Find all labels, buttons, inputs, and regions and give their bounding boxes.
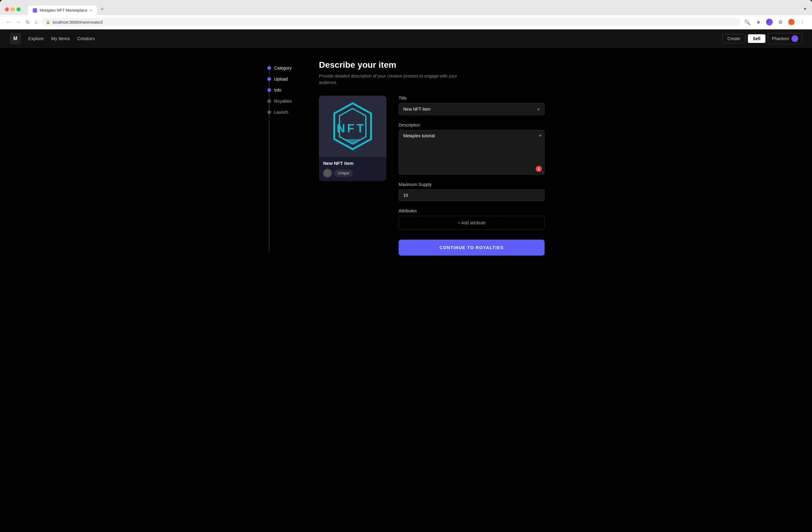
browser-tab-bar-right: ▼ bbox=[803, 6, 807, 13]
nav-explore[interactable]: Explore bbox=[28, 36, 44, 41]
profile-icon-button[interactable] bbox=[787, 17, 796, 27]
description-clear-icon[interactable]: ● bbox=[539, 133, 542, 138]
step-label-upload: Upload bbox=[274, 77, 288, 82]
step-dot-launch bbox=[267, 110, 271, 114]
steps-sidebar: Category Upload Info Royalties Launch bbox=[267, 60, 304, 255]
continue-to-royalties-button[interactable]: CONTINUE TO ROYALTIES bbox=[398, 240, 545, 255]
phantom-label: Phantom bbox=[772, 36, 789, 41]
tab-favicon bbox=[33, 8, 37, 13]
phantom-button[interactable]: Phantom bbox=[768, 33, 802, 44]
continue-btn-wrap: CONTINUE TO ROYALTIES bbox=[398, 240, 545, 255]
more-options-button[interactable]: ⋮ bbox=[798, 17, 807, 27]
max-supply-field-group: Maximum Supply bbox=[398, 182, 545, 201]
description-label: Description bbox=[398, 122, 545, 128]
svg-text:N: N bbox=[337, 122, 345, 135]
tab-favicon-icon bbox=[33, 8, 37, 13]
step-info[interactable]: Info bbox=[267, 85, 304, 95]
page-subtitle: Provide detailed description of your cre… bbox=[319, 73, 466, 86]
tab-close-button[interactable]: × bbox=[90, 8, 92, 13]
create-button[interactable]: Create bbox=[722, 34, 745, 43]
phantom-avatar-icon bbox=[792, 35, 798, 42]
form-area: Describe your item Provide detailed desc… bbox=[319, 60, 545, 255]
description-badge: 1 bbox=[536, 166, 542, 172]
user-avatar-icon[interactable] bbox=[765, 17, 774, 27]
add-attribute-button[interactable]: + Add attribute bbox=[458, 220, 486, 225]
step-category: Category bbox=[267, 62, 304, 74]
nft-preview-tags: Unique bbox=[323, 169, 382, 177]
step-label-category: Category bbox=[274, 65, 292, 71]
sell-button[interactable]: Sell bbox=[748, 34, 765, 43]
step-label-info: Info bbox=[274, 88, 281, 92]
traffic-light-yellow[interactable] bbox=[11, 8, 15, 11]
toolbar-icons: 🔍 ★ ⚙ ⋮ bbox=[743, 17, 807, 27]
resize-handle-icon: ⇲ bbox=[541, 171, 544, 174]
svg-marker-5 bbox=[344, 139, 362, 144]
browser-titlebar: Metaplex NFT Marketplace × + ▼ bbox=[0, 0, 812, 15]
title-input-wrapper[interactable]: ● bbox=[398, 103, 545, 115]
nft-creator-avatar bbox=[323, 169, 332, 177]
browser-tabs: Metaplex NFT Marketplace × + bbox=[28, 4, 800, 15]
max-supply-label: Maximum Supply bbox=[398, 182, 545, 187]
lock-icon: 🔒 bbox=[46, 20, 50, 24]
back-button[interactable]: ← bbox=[5, 19, 12, 26]
browser-chrome: Metaplex NFT Marketplace × + ▼ ← → ↻ ⌂ 🔒… bbox=[0, 0, 812, 29]
home-button[interactable]: ⌂ bbox=[33, 19, 39, 26]
nav-creators[interactable]: Creators bbox=[77, 36, 95, 41]
attributes-field-group: Attributes + Add attribute bbox=[398, 208, 545, 230]
attributes-box[interactable]: + Add attribute bbox=[398, 216, 545, 230]
nft-preview-image: N F T bbox=[319, 95, 386, 157]
step-upload: Upload bbox=[267, 74, 304, 85]
step-label-launch: Launch bbox=[274, 110, 288, 115]
traffic-lights bbox=[5, 8, 20, 11]
step-dot-royalties bbox=[267, 99, 271, 103]
step-royalties[interactable]: Royalties bbox=[267, 95, 304, 107]
title-field-group: Title ● bbox=[398, 95, 545, 115]
app-logo[interactable]: M bbox=[10, 33, 21, 44]
nft-preview-card: N F T New NFT item Uniq bbox=[319, 95, 386, 181]
title-label: Title bbox=[398, 95, 545, 101]
forward-button[interactable]: → bbox=[15, 19, 22, 26]
main-content: Category Upload Info Royalties Launch De… bbox=[253, 48, 559, 268]
app-navbar: M Explore My Items Creators Create Sell … bbox=[0, 29, 812, 48]
traffic-light-red[interactable] bbox=[5, 8, 9, 11]
nft-preview-info: New NFT item Unique bbox=[319, 157, 386, 181]
tab-title: Metaplex NFT Marketplace bbox=[40, 8, 87, 13]
nav-right: Create Sell Phantom bbox=[722, 33, 802, 44]
chevron-down-icon: ▼ bbox=[803, 6, 807, 11]
nav-my-items[interactable]: My Items bbox=[51, 36, 70, 41]
url-text: localhost:3000/#/art/create/2 bbox=[53, 20, 103, 25]
address-bar[interactable]: 🔒 localhost:3000/#/art/create/2 bbox=[41, 18, 740, 26]
title-clear-icon[interactable]: ● bbox=[537, 106, 540, 112]
page-title: Describe your item bbox=[319, 60, 545, 70]
nft-unique-tag: Unique bbox=[334, 170, 353, 177]
content-row: N F T New NFT item Uniq bbox=[319, 95, 545, 255]
extensions-icon-button[interactable]: ⚙ bbox=[776, 17, 785, 27]
nft-hex-graphic: N F T bbox=[331, 102, 374, 151]
svg-text:F: F bbox=[347, 122, 354, 135]
bookmark-icon-button[interactable]: ★ bbox=[754, 17, 763, 27]
title-input[interactable] bbox=[403, 107, 537, 112]
max-supply-input-wrapper[interactable] bbox=[398, 189, 545, 201]
description-textarea[interactable]: Metaplex tutorial bbox=[399, 130, 544, 173]
max-supply-input[interactable] bbox=[403, 193, 540, 198]
reload-button[interactable]: ↻ bbox=[25, 19, 31, 26]
traffic-light-green[interactable] bbox=[17, 8, 20, 11]
attributes-label: Attributes bbox=[398, 208, 545, 213]
step-dot-info bbox=[267, 88, 271, 92]
svg-text:T: T bbox=[357, 122, 364, 135]
step-dot-category bbox=[267, 66, 271, 70]
nav-links: Explore My Items Creators bbox=[28, 36, 722, 41]
app-container: M Explore My Items Creators Create Sell … bbox=[0, 29, 812, 532]
form-fields: Title ● Description ● Metaplex tutorial … bbox=[398, 95, 545, 255]
nft-preview-name: New NFT item bbox=[323, 161, 382, 166]
browser-tab-active[interactable]: Metaplex NFT Marketplace × bbox=[28, 5, 97, 15]
step-launch[interactable]: Launch bbox=[267, 107, 304, 118]
new-tab-button[interactable]: + bbox=[97, 4, 107, 15]
description-textarea-wrap: ● Metaplex tutorial 1 ⇲ bbox=[398, 130, 545, 175]
browser-toolbar: ← → ↻ ⌂ 🔒 localhost:3000/#/art/create/2 … bbox=[0, 15, 812, 29]
search-icon-button[interactable]: 🔍 bbox=[743, 17, 752, 27]
step-dot-upload bbox=[267, 77, 271, 81]
description-field-group: Description ● Metaplex tutorial 1 ⇲ bbox=[398, 122, 545, 175]
step-label-royalties: Royalties bbox=[274, 99, 292, 104]
